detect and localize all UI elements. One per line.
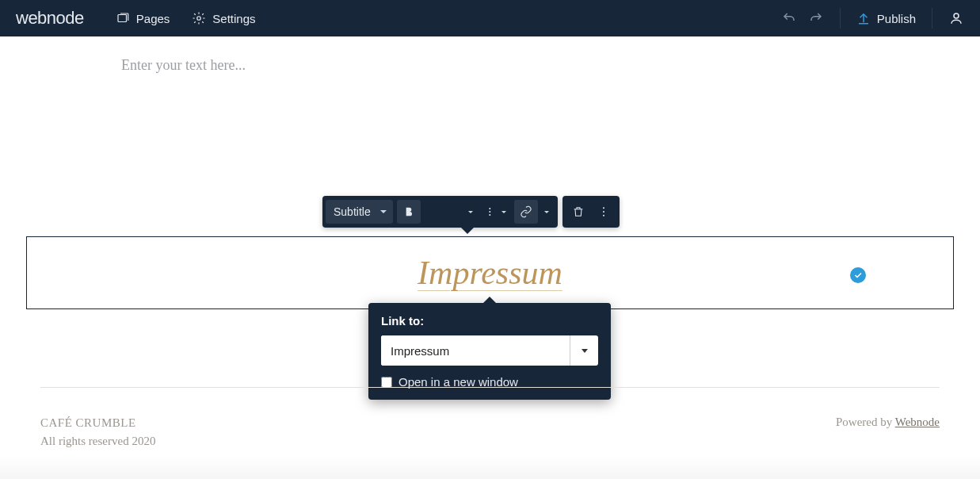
link-popup: Link to: Open in a new window: [368, 303, 611, 400]
undo-icon: [782, 11, 796, 25]
pages-icon: [116, 11, 130, 25]
style-select-value: Subtitle: [334, 205, 371, 218]
publish-button[interactable]: Publish: [856, 11, 916, 25]
settings-label: Settings: [212, 12, 255, 25]
confirm-button[interactable]: [850, 267, 866, 283]
toolbar-group-main: Subtitle: [322, 196, 558, 228]
align-icon: [454, 205, 467, 218]
svg-point-6: [603, 207, 604, 209]
link-input-wrap: [381, 335, 598, 366]
svg-point-3: [489, 208, 490, 209]
gear-icon: [192, 11, 206, 25]
link-dropdown-button[interactable]: [570, 335, 598, 366]
bottom-shadow: [0, 455, 980, 479]
toolbar-group-actions: [562, 196, 620, 228]
svg-point-5: [489, 214, 490, 216]
bold-icon: [402, 205, 415, 218]
title-text[interactable]: Impressum: [418, 254, 562, 292]
pages-button[interactable]: Pages: [116, 11, 170, 25]
redo-button[interactable]: [808, 10, 824, 26]
link-options-dropdown[interactable]: [539, 200, 555, 224]
italic-icon: [428, 205, 440, 218]
svg-point-1: [197, 17, 201, 21]
svg-rect-0: [118, 15, 127, 22]
svg-point-2: [954, 13, 959, 18]
list-dropdown[interactable]: [480, 200, 513, 224]
open-new-window-checkbox[interactable]: [381, 377, 392, 388]
top-navigation: webnode Pages Settings Publish: [0, 0, 980, 36]
footer-brand: CAFÉ CRUMBLE: [40, 414, 155, 432]
powered-by-link[interactable]: Webnode: [895, 416, 940, 428]
link-icon: [520, 205, 532, 218]
link-button[interactable]: [514, 200, 538, 224]
style-select[interactable]: Subtitle: [326, 200, 393, 224]
list-icon: [487, 205, 500, 218]
svg-point-7: [603, 211, 604, 213]
divider: [932, 8, 932, 29]
more-button[interactable]: [592, 200, 616, 224]
publish-label: Publish: [877, 12, 916, 25]
settings-button[interactable]: Settings: [192, 11, 255, 25]
undo-button[interactable]: [781, 10, 797, 26]
svg-point-4: [489, 211, 490, 213]
footer-divider: [40, 387, 940, 388]
divider: [840, 8, 841, 29]
more-vertical-icon: [597, 205, 610, 218]
toolbar-pointer: [461, 228, 474, 234]
footer-left: CAFÉ CRUMBLE All rights reserved 2020: [40, 414, 155, 450]
svg-point-8: [603, 215, 604, 217]
check-icon: [853, 270, 863, 280]
link-label: Link to:: [381, 314, 598, 328]
trash-icon: [572, 205, 585, 218]
italic-button[interactable]: [422, 200, 446, 224]
footer-rights: All rights reserved 2020: [40, 432, 155, 450]
text-placeholder[interactable]: Enter your text here...: [121, 57, 246, 74]
logo[interactable]: webnode: [16, 8, 84, 29]
bold-button[interactable]: [397, 200, 421, 224]
delete-button[interactable]: [566, 200, 590, 224]
align-dropdown[interactable]: [447, 200, 480, 224]
upload-icon: [856, 11, 871, 25]
user-icon: [949, 11, 963, 25]
pages-label: Pages: [136, 12, 170, 25]
link-input[interactable]: [381, 335, 570, 366]
redo-icon: [809, 11, 823, 25]
text-editor-toolbar: Subtitle: [322, 196, 620, 228]
powered-by-prefix: Powered by: [836, 416, 895, 428]
user-menu-button[interactable]: [948, 10, 964, 26]
footer-right: Powered by Webnode: [836, 416, 940, 429]
